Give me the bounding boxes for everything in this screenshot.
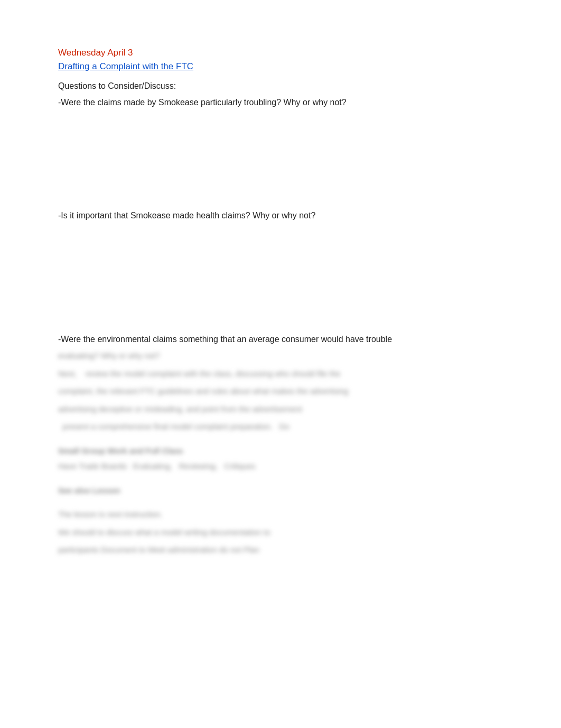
blurred-line-8: We should to discuss what a model writin… [58, 526, 503, 539]
spacer-1 [58, 114, 503, 209]
blurred-line-6: Have Trade Boards: Evaluating, Reviewing… [58, 459, 503, 473]
blurred-line-7: The lesson is next instruction. [58, 508, 503, 521]
question-1: -Were the claims made by Smokease partic… [58, 96, 503, 109]
blurred-content-2: Small Group Work and Full Class Have Tra… [58, 444, 503, 473]
question-3-partial: -Were the environmental claims something… [58, 333, 503, 346]
blurred-heading-2: See also Lesson [58, 484, 503, 497]
blurred-content-3: See also Lesson [58, 484, 503, 497]
spacer-2 [58, 227, 503, 333]
blurred-line-1: evaluating? Why or why not? [58, 349, 503, 363]
question-2: -Is it important that Smokease made heal… [58, 209, 503, 222]
blurred-line-4: advertising deceptive or misleading, and… [58, 402, 503, 416]
section-label: Questions to Consider/Discuss: [58, 81, 503, 91]
page-container: Wednesday April 3 Drafting a Complaint w… [0, 0, 561, 610]
document-title: Drafting a Complaint with the FTC [58, 61, 503, 72]
blurred-content-1: evaluating? Why or why not? Next, review… [58, 349, 503, 434]
date-heading: Wednesday April 3 [58, 48, 503, 58]
blurred-line-5: present a comprehensive final model comp… [58, 420, 503, 434]
blurred-heading-1: Small Group Work and Full Class [58, 444, 503, 458]
blurred-line-3: complaint, the relevant FTC guidelines a… [58, 384, 503, 398]
blurred-line-9: participants Document to Meet administra… [58, 543, 503, 557]
blurred-content-4: The lesson is next instruction. We shoul… [58, 508, 503, 557]
blurred-line-2: Next, review the model complaint with th… [58, 367, 503, 381]
